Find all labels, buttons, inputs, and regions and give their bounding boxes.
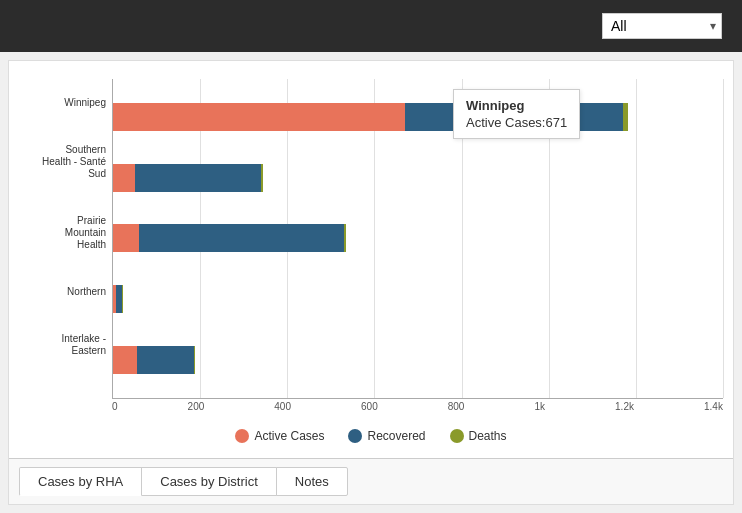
tab-cases-by-district[interactable]: Cases by District (141, 467, 277, 496)
y-axis-label (19, 79, 37, 419)
bar-deaths (344, 224, 346, 252)
header: All Winnipeg Southern Health - Santé Sud… (0, 0, 742, 52)
bar-active (113, 224, 139, 252)
x-axis-label: 600 (361, 401, 378, 419)
bar-deaths (261, 164, 263, 192)
bars-container: Winnipeg Active Cases:671 (112, 79, 723, 399)
tab-notes[interactable]: Notes (276, 467, 348, 496)
rha-labels: Winnipeg Southern Health - Santé Sud Pra… (37, 79, 112, 399)
legend-label: Deaths (469, 429, 507, 443)
x-axis-label: 400 (274, 401, 291, 419)
x-axis: 02004006008001k1.2k1.4k (37, 399, 723, 419)
legend-item: Active Cases (235, 429, 324, 443)
legend-dot (450, 429, 464, 443)
legend-dot (235, 429, 249, 443)
filter-select-wrapper[interactable]: All Winnipeg Southern Health - Santé Sud… (602, 13, 722, 39)
gridline (723, 79, 724, 398)
bars-and-axes: Winnipeg Southern Health - Santé Sud Pra… (37, 79, 723, 399)
rha-label-prairie: Prairie Mountain Health (37, 215, 112, 251)
bar-deaths (623, 103, 628, 131)
legend-label: Recovered (367, 429, 425, 443)
rha-label-northern: Northern (37, 286, 112, 298)
bar-row[interactable] (113, 160, 723, 196)
legend-label: Active Cases (254, 429, 324, 443)
filter-select[interactable]: All Winnipeg Southern Health - Santé Sud… (602, 13, 722, 39)
tabs-row: Cases by RHACases by DistrictNotes (9, 458, 733, 504)
legend-dot (348, 429, 362, 443)
legend-item: Recovered (348, 429, 425, 443)
bar-deaths (194, 346, 195, 374)
bar-active (113, 103, 405, 131)
rha-label-interlake: Interlake -Eastern (37, 333, 112, 357)
bar-recovered (405, 103, 623, 131)
x-axis-labels: 02004006008001k1.2k1.4k (112, 401, 723, 419)
bar-active (113, 346, 137, 374)
chart-wrapper: Winnipeg Southern Health - Santé Sud Pra… (19, 79, 723, 419)
x-axis-label: 200 (188, 401, 205, 419)
legend: Active Cases Recovered Deaths (19, 419, 723, 451)
app-container: All Winnipeg Southern Health - Santé Sud… (0, 0, 742, 513)
bar-active (113, 164, 135, 192)
x-axis-label: 1.4k (704, 401, 723, 419)
x-axis-label: 1k (534, 401, 545, 419)
x-axis-label: 1.2k (615, 401, 634, 419)
rha-label-winnipeg: Winnipeg (37, 97, 112, 109)
chart-inner: Winnipeg Southern Health - Santé Sud Pra… (37, 79, 723, 419)
bar-row[interactable] (113, 342, 723, 378)
x-axis-label: 800 (448, 401, 465, 419)
bar-row[interactable] (113, 220, 723, 256)
bar-recovered (139, 224, 344, 252)
legend-item: Deaths (450, 429, 507, 443)
bar-recovered (137, 346, 194, 374)
chart-area: Winnipeg Southern Health - Santé Sud Pra… (9, 61, 733, 458)
bar-row[interactable] (113, 281, 723, 317)
tab-cases-by-rha[interactable]: Cases by RHA (19, 467, 142, 496)
filter-section: All Winnipeg Southern Health - Santé Sud… (592, 13, 722, 39)
bar-row[interactable] (113, 99, 723, 135)
rha-label-southern: Southern Health - Santé Sud (37, 144, 112, 180)
x-axis-label: 0 (112, 401, 118, 419)
bar-recovered (135, 164, 261, 192)
main-content: Winnipeg Southern Health - Santé Sud Pra… (8, 60, 734, 505)
